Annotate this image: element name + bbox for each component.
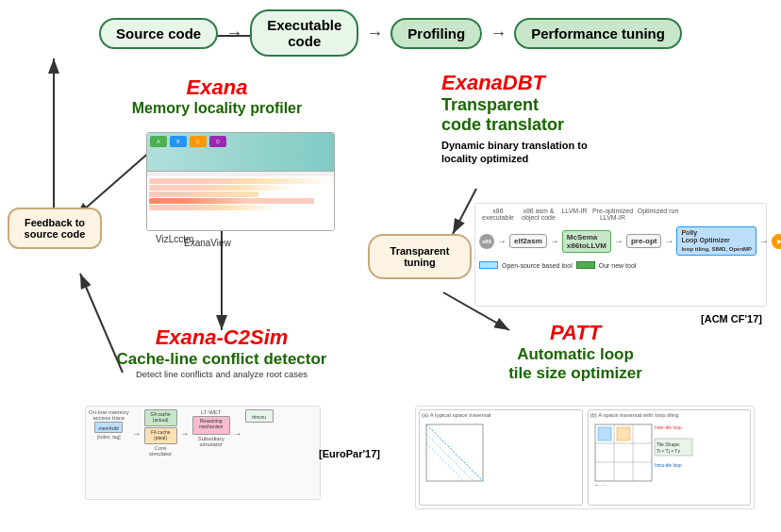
c2sim-section: Exana-C2Sim Cache-line conflict detector…: [94, 325, 349, 379]
dbt-circle-1: x86: [479, 234, 494, 249]
dbt-box-preopt: pre-opt: [626, 234, 662, 248]
legend-ourtool-label: Our new tool: [599, 262, 637, 269]
c2sim-col-4: trinvcu: [245, 409, 274, 423]
patt-left-svg: Problem-space: [422, 420, 580, 486]
dbt-label-3: LLVM-IR: [560, 208, 589, 221]
viz-row-1: [149, 178, 332, 184]
profiling-label: Profiling: [407, 25, 465, 42]
svg-line-12: [426, 434, 474, 481]
c2sim-desc: Detect line conflicts and analyze root c…: [94, 369, 349, 379]
svg-text:Intra-tile loop: Intra-tile loop: [655, 462, 682, 468]
c2sim-arrow-2: →: [180, 428, 190, 439]
dbt-labels-row: x86 executable x86 asm &object code LLVM…: [479, 208, 762, 221]
c2sim-subsidiary-label: Subsidiarysimulator: [198, 436, 224, 447]
exanadbt-section: ExanaDBT Transparentcode translator Dyna…: [441, 71, 762, 166]
viz-row-2: [149, 185, 295, 191]
c2sim-arrow-3: →: [233, 428, 242, 439]
viz-node: C: [190, 136, 207, 147]
svg-line-7: [453, 189, 476, 234]
dbt-arrow-5: →: [759, 236, 769, 246]
feedback-box: Feedback to source code: [8, 208, 102, 249]
dbt-arrow-2: →: [550, 236, 559, 246]
dbt-arrow-3: →: [614, 236, 623, 246]
executable-code-box: Executablecode: [250, 9, 358, 57]
viz-node: A: [150, 136, 167, 147]
c2sim-core-label: Coresimulator: [149, 445, 172, 457]
patt-diagram: (a) A typical space traversal Problem-sp…: [415, 406, 755, 509]
svg-text:Tile Shape:: Tile Shape:: [656, 441, 680, 447]
legend-opensource-label: Open-source based tool: [502, 262, 573, 269]
c2sim-diagram: On-line memoryaccess trace memAddr [inde…: [85, 406, 321, 500]
svg-text:Problem-space: Problem-space: [595, 484, 627, 486]
c2sim-flow: On-line memoryaccess trace memAddr [inde…: [89, 409, 317, 457]
legend-opensource: [479, 261, 498, 269]
viz-top: A B C D: [147, 133, 334, 172]
viz-placeholder: A B C D: [146, 132, 335, 231]
c2sim-fa-cache: FA cache(ideal): [144, 427, 177, 444]
patt-right-label: (b) A space traversal with loop tiling: [590, 412, 749, 418]
legend-ourtool: [576, 261, 595, 269]
dbt-box-mcsema: McSemax86toLLVM: [562, 230, 611, 253]
source-code-box: Source code: [99, 18, 218, 49]
svg-line-11: [426, 424, 483, 481]
feedback-label: Feedback to source code: [25, 217, 86, 240]
transparent-tuning-box: Transparent tuning: [368, 234, 472, 279]
exana-title: Exana: [123, 75, 311, 100]
exanaview-label: ExanaView: [184, 238, 231, 248]
patt-right-vis: Tile Shape: Ti × Tj × Tz Problem-space I…: [590, 420, 749, 486]
arrow-1: →: [225, 24, 242, 43]
c2sim-reasoning: Reasoningmechanism: [192, 416, 230, 435]
diagram-container: Source code → Executablecode → Profiling…: [0, 0, 781, 532]
exana-subtitle: Memory locality profiler: [123, 100, 311, 117]
performance-tuning-label: Performance tuning: [531, 25, 665, 42]
exanadbt-desc: Dynamic binary translation tolocality op…: [441, 139, 762, 166]
c2sim-index-label: [index, tag]: [97, 434, 120, 440]
c2sim-col-3: LT-WET Reasoningmechanism Subsidiarysimu…: [192, 409, 230, 447]
europar-label: [EuroPar'17]: [319, 448, 380, 459]
patt-section: PATT Automatic looptile size optimizer: [406, 321, 745, 383]
c2sim-subtitle: Cache-line conflict detector: [94, 350, 349, 369]
patt-chart-left: (a) A typical space traversal Problem-sp…: [419, 409, 583, 506]
dbt-label-1: x86 executable: [479, 208, 517, 221]
viz-row-4: [149, 198, 314, 204]
dbt-legend: Open-source based tool Our new tool: [479, 261, 762, 269]
viz-row-5: [149, 205, 277, 210]
exanadbt-title: ExanaDBT: [441, 71, 762, 95]
dbt-label-5: Optimized run: [637, 208, 679, 221]
c2sim-col-2: SA cache(actual) FA cache(ideal) Coresim…: [144, 409, 177, 457]
c2sim-memaddr: memAddr: [94, 422, 123, 433]
source-code-label: Source code: [116, 25, 201, 42]
dbt-diagram: x86 executable x86 asm &object code LLVM…: [474, 203, 767, 307]
workflow-boxes: Source code → Executablecode → Profiling…: [0, 0, 781, 57]
dbt-label-4: Pre-optimizedLLVM-IR: [591, 208, 634, 221]
c2sim-title: Exana-C2Sim: [94, 325, 349, 350]
svg-text:Inter-tile loop: Inter-tile loop: [655, 424, 682, 430]
executable-code-label: Executablecode: [267, 17, 341, 49]
c2sim-col-1: On-line memoryaccess trace memAddr [inde…: [89, 409, 129, 440]
dbt-arrow-4: →: [664, 236, 673, 246]
viz-row-3: [149, 191, 258, 197]
dbt-box-polly: PollyLoop Optimizerloop tiling, SIMD, Op…: [676, 226, 756, 256]
patt-title: PATT: [406, 321, 745, 345]
patt-right-svg: Tile Shape: Ti × Tj × Tz Problem-space I…: [590, 420, 749, 486]
patt-subtitle: Automatic looptile size optimizer: [406, 345, 745, 383]
dbt-main-row: x86 → elf2asm → McSemax86toLLVM → pre-op…: [479, 226, 762, 256]
dbt-circle-2: ▶: [772, 234, 781, 249]
patt-left-label: (a) A typical space traversal: [422, 412, 580, 418]
viz-node: D: [209, 136, 226, 147]
exana-section: Exana Memory locality profiler: [123, 75, 311, 117]
patt-left-vis: Problem-space: [422, 420, 580, 486]
transparent-tuning-label: Transparent tuning: [390, 245, 450, 268]
dbt-box-elf2asm: elf2asm: [509, 234, 547, 248]
svg-line-13: [426, 443, 464, 481]
c2sim-sa-cache: SA cache(actual): [144, 409, 177, 426]
viz-bottom: [147, 176, 334, 230]
svg-text:Ti × Tj × Tz: Ti × Tj × Tz: [656, 448, 680, 454]
dbt-label-2: x86 asm &object code: [520, 208, 557, 221]
c2sim-trinvcu: trinvcu: [245, 409, 274, 423]
c2sim-trace-label: On-line memoryaccess trace: [89, 409, 129, 421]
viz-node: B: [170, 136, 187, 147]
dbt-arrow-1: →: [497, 236, 507, 246]
exanadbt-subtitle: Transparentcode translator: [441, 95, 762, 135]
profiling-box: Profiling: [390, 18, 482, 49]
